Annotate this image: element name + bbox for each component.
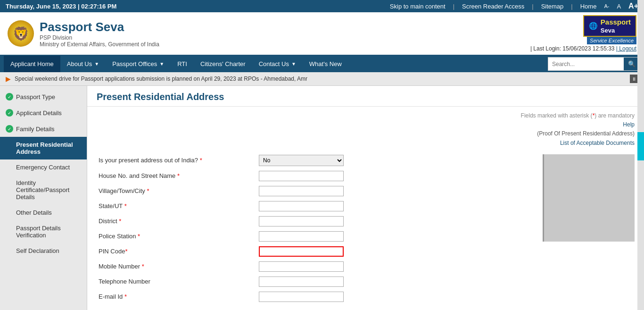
logo-subtext: Seva <box>601 27 615 34</box>
table-row: District * <box>97 214 533 229</box>
village-town-city-input[interactable] <box>259 186 344 196</box>
table-row: State/UT * <box>97 199 533 214</box>
district-input[interactable] <box>259 216 344 226</box>
field-label-village-town-city: Village/Town/City * <box>97 184 257 199</box>
sidebar-item-passport-type[interactable]: ✓ Passport Type <box>0 89 87 105</box>
main-layout: ✓ Passport Type ✓ Applicant Details ✓ Fa… <box>0 86 644 310</box>
emblem-icon: 🦁 <box>8 20 34 47</box>
sidebar-item-identity-certificate[interactable]: Identity Certificate/Passport Details <box>0 175 87 205</box>
form-table: Is your present address out of India? * … <box>97 152 533 304</box>
last-login-label: | Last Login: 15/06/2023 <box>530 45 591 52</box>
form-wrapper: Is your present address out of India? * … <box>97 152 533 304</box>
content-body: Fields marked with asterisk (*) are mand… <box>87 107 644 309</box>
nav-applicant-home[interactable]: Applicant Home <box>4 56 60 72</box>
home-link[interactable]: Home <box>580 3 597 10</box>
sidebar-label-family-details: Family Details <box>16 126 55 133</box>
passport-offices-chevron-icon: ▼ <box>159 61 164 67</box>
sidebar-item-family-details[interactable]: ✓ Family Details <box>0 121 87 137</box>
content-header: Present Residential Address <box>87 86 644 107</box>
logo-text: Passport <box>601 18 631 26</box>
font-normal[interactable]: A <box>617 3 621 10</box>
list-acceptable-docs-link[interactable]: List of Acceptable Documents <box>560 140 635 146</box>
sitemap-link[interactable]: Sitemap <box>541 3 564 10</box>
field-label-address-abroad: Is your present address out of India? * <box>97 152 257 168</box>
field-input-pin-code <box>257 244 533 259</box>
house-street-input[interactable] <box>259 171 344 181</box>
field-input-telephone-number <box>257 274 533 289</box>
field-label-email: E-mail Id * <box>97 289 257 304</box>
field-input-district <box>257 214 533 229</box>
app-name: Passport Seva <box>40 20 159 34</box>
font-small[interactable]: A- <box>604 3 609 9</box>
address-abroad-select[interactable]: No Yes <box>259 155 344 166</box>
check-icon-family-details: ✓ <box>6 125 13 133</box>
ministry: Ministry of External Affairs, Government… <box>40 41 159 48</box>
pin-code-input[interactable] <box>259 246 344 257</box>
nav-contact-us[interactable]: Contact Us ▼ <box>252 56 303 72</box>
table-row: House No. and Street Name * <box>97 168 533 184</box>
check-icon-applicant-details: ✓ <box>6 109 13 117</box>
screen-reader-link[interactable]: Screen Reader Access <box>462 3 524 10</box>
nav-about-us[interactable]: About Us ▼ <box>60 56 106 72</box>
sidebar-label-other-details: Other Details <box>16 209 52 216</box>
table-row: Mobile Number * <box>97 259 533 274</box>
search-input[interactable] <box>548 59 624 70</box>
check-icon-passport-type: ✓ <box>6 93 13 101</box>
email-input[interactable] <box>259 292 344 302</box>
scrollbar-thumb[interactable] <box>637 132 644 160</box>
field-label-police-station: Police Station * <box>97 229 257 244</box>
search-box: 🔍 <box>548 57 640 71</box>
top-bar: Thursday, June 15, 2023 | 02:27:16 PM Sk… <box>0 0 644 12</box>
gray-redacted-block <box>543 154 635 242</box>
field-label-pin-code: PIN Code* <box>97 244 257 259</box>
nav-citizens-charter[interactable]: Citizens' Charter <box>194 56 252 72</box>
help-link[interactable]: Help <box>623 121 635 128</box>
nav-bar: Applicant Home About Us ▼ Passport Offic… <box>0 56 644 72</box>
state-ut-input[interactable] <box>259 201 344 211</box>
table-row: Is your present address out of India? * … <box>97 152 533 168</box>
nav-passport-offices[interactable]: Passport Offices ▼ <box>106 56 171 72</box>
passport-seva-logo: 🌐 Passport Seva <box>583 15 636 37</box>
sidebar-item-applicant-details[interactable]: ✓ Applicant Details <box>0 105 87 121</box>
mobile-number-input[interactable] <box>259 261 344 272</box>
sidebar-item-passport-details-verification[interactable]: Passport Details Verification <box>0 220 87 243</box>
header-title: Passport Seva PSP Division Ministry of E… <box>40 20 159 48</box>
sidebar-label-emergency-contact: Emergency Contact <box>16 164 70 171</box>
logout-link[interactable]: | Logout <box>616 45 636 52</box>
sidebar-item-present-residential-address[interactable]: Present Residential Address <box>0 137 87 159</box>
field-label-house-street: House No. and Street Name * <box>97 168 257 184</box>
skip-link[interactable]: Skip to main content <box>390 3 446 10</box>
service-excellence: Service Excellence <box>587 37 636 44</box>
marquee-arrow-icon: ▶ <box>6 75 11 83</box>
header-right: 🌐 Passport Seva Service Excellence | Las… <box>530 15 636 52</box>
field-input-mobile-number <box>257 259 533 274</box>
division: PSP Division <box>40 34 159 41</box>
sidebar-label-passport-details-verification: Passport Details Verification <box>16 225 81 239</box>
datetime: Thursday, June 15, 2023 | 02:27:16 PM <box>6 3 116 10</box>
sidebar-label-applicant-details: Applicant Details <box>16 109 62 117</box>
font-large[interactable]: A+ <box>628 2 638 10</box>
sidebar-item-emergency-contact[interactable]: Emergency Contact <box>0 159 87 175</box>
nav-whats-new[interactable]: What's New <box>303 56 348 72</box>
nav-search: 🔍 <box>548 57 640 71</box>
field-input-police-station <box>257 229 533 244</box>
marquee-text: Special weekend drive for Passport appli… <box>15 75 307 82</box>
telephone-number-input[interactable] <box>259 276 344 287</box>
nav-rti[interactable]: RTI <box>171 56 194 72</box>
field-label-district: District * <box>97 214 257 229</box>
field-input-house-street <box>257 168 533 184</box>
table-row: Village/Town/City * <box>97 184 533 199</box>
table-row: PIN Code* <box>97 244 533 259</box>
police-station-input[interactable] <box>259 231 344 242</box>
content-area: Present Residential Address Fields marke… <box>87 86 644 310</box>
field-input-address-abroad: No Yes <box>257 152 533 168</box>
help-section: Fields marked with asterisk (*) are mand… <box>97 111 635 148</box>
field-input-state-ut <box>257 199 533 214</box>
about-us-chevron-icon: ▼ <box>94 61 99 67</box>
page-title: Present Residential Address <box>97 92 635 102</box>
help-sub: (Proof Of Present Residential Address) <box>537 130 635 137</box>
sidebar-label-self-declaration: Self Declaration <box>16 247 59 254</box>
sidebar-item-self-declaration[interactable]: Self Declaration <box>0 243 87 259</box>
sidebar-item-other-details[interactable]: Other Details <box>0 205 87 220</box>
header-left: 🦁 Passport Seva PSP Division Ministry of… <box>8 20 159 48</box>
